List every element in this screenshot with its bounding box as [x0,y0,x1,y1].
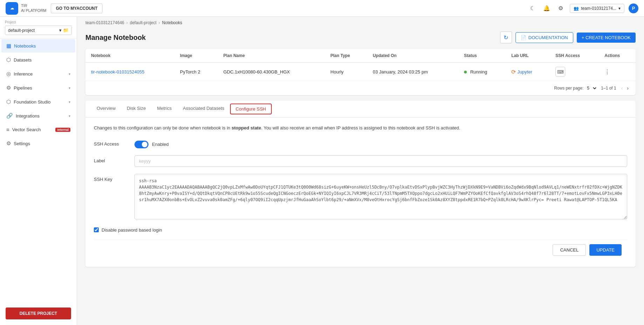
avatar[interactable]: P [629,3,638,13]
cell-image: PyTorch 2 [174,63,218,81]
settings-icon[interactable]: ⚙ [556,3,566,13]
tab-configure-ssh[interactable]: Configure SSH [230,104,272,114]
ssh-enabled-label: Enabled [152,142,169,147]
tabs-header: Overview Disk Size Metrics Associated Da… [85,101,636,118]
inference-icon: ◎ [6,71,11,77]
ssh-key-textarea[interactable]: ssh-rsa AAAAB3NzaC1yc2EAAAADAQABAAABgQC2… [134,174,627,219]
tab-associated-datasets[interactable]: Associated Datasets [177,101,230,117]
create-label: + CREATE NOTEBOOK [582,35,631,40]
rows-per-page-select[interactable]: 5 10 25 [586,85,597,91]
tab-metrics[interactable]: Metrics [151,101,177,117]
avatar-initial: P [632,6,635,11]
folder-icon: 📁 [63,28,69,33]
notebooks-icon: ▦ [6,43,11,49]
label-control [134,155,627,167]
chevron-icon: ▾ [69,72,70,76]
form-footer: CANCEL UPDATE [94,240,627,260]
col-ssh-access: SSH Access [550,49,599,63]
sidebar-item-integrations[interactable]: 🔗 Integrations ▾ [1,109,75,122]
go-to-myaccount-button[interactable]: GO TO MYACCOUNT [51,3,103,13]
logo-box: ☁ [6,2,18,15]
table-row: tir-notebook-01031524055 PyTorch 2 GDC.1… [85,63,636,81]
cell-plan-type: Hourly [325,63,367,81]
sidebar-item-pipelines[interactable]: ⚙ Pipelines ▾ [1,81,75,94]
pagination: Rows per page: 5 10 25 1–1 of 1 ‹ › [85,81,636,95]
header-right: ☾ 🔔 ⚙ 👥 team-010312174... ▾ P [528,3,638,13]
page-actions: ↻ 📄 DOCUMENTATION + CREATE NOTEBOOK [500,31,636,43]
sidebar-item-foundation-studio[interactable]: ⬡ Foundation Studio ▾ [1,95,75,108]
chevron-down-icon: ▾ [618,6,621,11]
project-select-dropdown[interactable]: default-project ▾ 📁 [5,26,72,35]
tabs-section: Overview Disk Size Metrics Associated Da… [85,101,636,267]
cancel-button[interactable]: CANCEL [553,244,586,256]
jupyter-icon: ⟳ [511,69,516,75]
cell-updated-on: 03 January, 2024 03:25 pm [367,63,458,81]
label-row: Label [94,155,627,167]
sidebar-item-vector-search[interactable]: ≡ Vector Search Internal [1,123,75,136]
sidebar-item-label: Integrations [16,113,66,119]
documentation-button[interactable]: 📄 DOCUMENTATION [515,32,573,43]
label-input[interactable] [134,155,627,167]
sidebar-item-label: Foundation Studio [14,99,66,105]
notebooks-table-card: Notebook Image Plan Name Plan Type Updat… [85,49,636,95]
logo-icon: ☁ [10,6,14,10]
update-button[interactable]: UPDATE [589,244,622,256]
col-plan-name: Plan Name [218,49,325,63]
sidebar-item-label: Notebooks [14,43,70,49]
rows-per-page-label: Rows per page: [554,86,583,91]
notebook-link[interactable]: tir-notebook-01031524055 [91,69,145,75]
prev-page-button[interactable]: ‹ [620,85,624,92]
jupyter-link[interactable]: ⟳ Jupyter [511,69,544,75]
next-page-button[interactable]: › [625,85,630,92]
sidebar-item-label: Inference [14,71,66,77]
sidebar-item-label: Pipelines [14,85,66,91]
stopped-state-text: stopped state [231,125,261,130]
status-label: Running [470,69,487,75]
create-notebook-button[interactable]: + CREATE NOTEBOOK [577,33,636,43]
tab-disk-size[interactable]: Disk Size [121,101,151,117]
team-selector[interactable]: 👥 team-010312174... ▾ [570,4,624,13]
ssh-toggle[interactable] [134,141,148,148]
moon-icon[interactable]: ☾ [528,3,538,13]
disable-password-label: Disable password based login [102,227,162,233]
breadcrumb-team[interactable]: team-010312174646 [85,20,124,25]
top-header: ☁ TIR AI PLATFORM GO TO MYACCOUNT ☾ 🔔 ⚙ … [0,0,644,17]
team-selector-icon: 👥 [574,6,579,11]
cell-plan-name: GDC.1xH10080-60.430GB_HGX [218,63,325,81]
col-updated-on: Updated On [367,49,458,63]
status-dot [464,71,467,73]
sidebar: Project default-project ▾ 📁 ▦ Notebooks … [0,17,77,325]
ssh-access-control: Enabled [134,139,627,148]
vector-search-icon: ≡ [6,127,9,133]
chevron-icon: ▾ [69,86,70,90]
sidebar-item-datasets[interactable]: ⬡ Datasets [1,53,75,66]
cell-status: Running [458,63,506,81]
refresh-button[interactable]: ↻ [500,31,512,43]
actions-menu-button[interactable]: ⋮ [604,69,610,75]
disable-password-checkbox[interactable] [94,227,99,232]
sidebar-item-notebooks[interactable]: ▦ Notebooks [1,39,75,52]
main-layout: Project default-project ▾ 📁 ▦ Notebooks … [0,17,644,325]
jupyter-label: Jupyter [517,69,532,75]
project-label: Project [5,20,72,24]
breadcrumb-project[interactable]: default-project [130,20,157,25]
ssh-access-label: SSH Access [94,139,129,147]
page-header: Manage Notebook ↻ 📄 DOCUMENTATION + CREA… [77,29,644,49]
delete-project-button[interactable]: DELETE PROJECT [6,308,71,319]
page-title: Manage Notebook [85,34,146,42]
internal-badge: Internal [55,128,70,132]
documentation-label: DOCUMENTATION [528,35,568,40]
integrations-icon: 🔗 [6,113,13,119]
sidebar-item-label: Settings [14,141,70,146]
sidebar-item-inference[interactable]: ◎ Inference ▾ [1,67,75,80]
ssh-toggle-group: Enabled [134,139,627,148]
sidebar-item-settings[interactable]: ⚙ Settings [1,137,75,150]
ssh-access-button[interactable]: ⌨ [555,67,565,77]
documentation-icon: 📄 [521,35,526,40]
bell-icon[interactable]: 🔔 [542,3,552,13]
cell-actions: ⋮ [599,63,636,81]
col-lab-url: Lab URL [506,49,550,63]
logo-text: TIR AI PLATFORM [21,3,47,13]
content-area: team-010312174646 › default-project › No… [77,17,644,325]
tab-overview[interactable]: Overview [91,101,121,117]
